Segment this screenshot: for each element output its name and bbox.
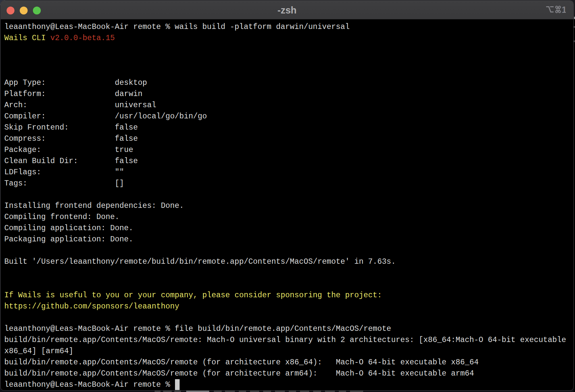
svg-text:1: 1	[562, 5, 566, 14]
